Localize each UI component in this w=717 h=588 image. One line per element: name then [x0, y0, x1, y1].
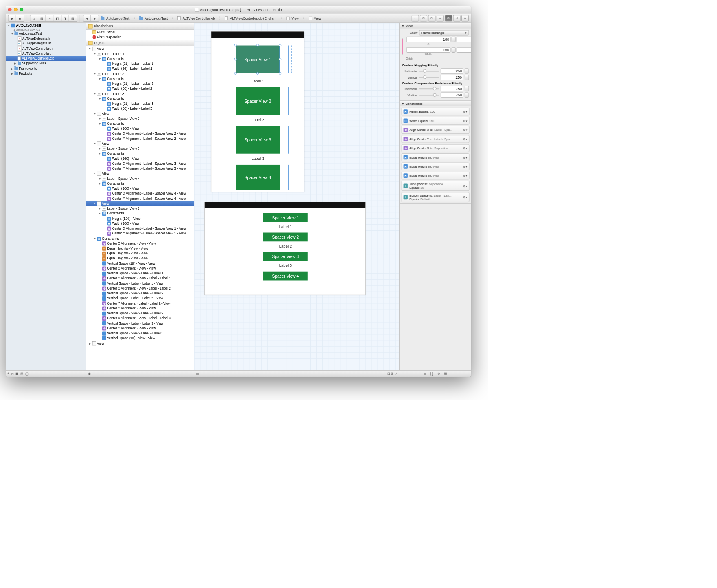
outline-row[interactable]: ▼Label - Spacer View 3 — [86, 146, 194, 151]
outline-row[interactable]: IVertical Space - View - Label - Label 2 — [86, 311, 194, 316]
nav-file-selected[interactable]: ALTViewController.xib — [6, 56, 86, 61]
outline-row[interactable]: ⊕Center X Alignment - Label - Spacer Vie… — [86, 161, 194, 166]
constraint-item[interactable]: ITop Space to: SuperviewEquals: 19⚙▾ — [402, 181, 470, 191]
resolve-button[interactable]: △ — [395, 372, 397, 376]
pin-button[interactable]: ⊞ — [391, 372, 394, 376]
filter-icon[interactable]: ◉ — [88, 372, 91, 376]
spacer-view[interactable]: Spacer View 2 — [263, 233, 308, 242]
file-inspector-tab[interactable]: ▭ — [412, 15, 419, 21]
run-stop-segment[interactable]: ▶■ — [8, 15, 24, 21]
nav-file[interactable]: hALTAppDelegate.h — [6, 36, 86, 41]
outline-row[interactable]: ▼⊞Constraints — [86, 181, 194, 186]
outline-row[interactable]: ▼⊞Constraints — [86, 96, 194, 101]
interface-builder-canvas[interactable]: Spacer View 1 Label 1 Spacer View 2 Labe… — [194, 23, 399, 370]
library-tab[interactable]: ▦ — [444, 372, 447, 376]
hug-v-slider[interactable] — [419, 77, 439, 78]
spacer-view[interactable]: Spacer View 3 — [236, 126, 280, 154]
project-navigator[interactable]: ▼AutoLayoutTest 1 target, iOS SDK 6.1 ▼A… — [6, 23, 86, 370]
canvas-label[interactable]: Label 2 — [277, 244, 294, 248]
height-input[interactable] — [457, 47, 471, 53]
nav-file[interactable]: hALTViewController.h — [6, 46, 86, 51]
outline-row[interactable]: ⊕Center X Alignment - View - View — [86, 306, 194, 311]
spacer-view[interactable]: Spacer View 4 — [236, 165, 280, 190]
size-inspector-tab[interactable]: ⊞ — [445, 15, 452, 21]
outline-row[interactable]: HHeight (100) - View — [86, 216, 194, 221]
add-button[interactable]: + — [7, 372, 9, 376]
outline-row[interactable]: ▼Label - Label 1 — [86, 51, 194, 56]
canvas-label[interactable]: Label 3 — [249, 157, 266, 161]
outline-row[interactable]: ≡Equal Heights - View - View — [86, 246, 194, 251]
canvas-label[interactable]: Label 2 — [249, 117, 266, 122]
hug-h-input[interactable] — [441, 69, 463, 74]
res-v-slider[interactable] — [419, 95, 439, 96]
constraint-item[interactable]: HWidth Equals: 160⚙▾ — [402, 117, 470, 125]
outline-row[interactable]: IVertical Space - Label - Label 1 - View — [86, 281, 194, 286]
outline-row[interactable]: ⊕Center X Alignment - View - View — [86, 326, 194, 331]
device-landscape[interactable]: Spacer View 1 Label 1 Spacer View 2 Labe… — [204, 202, 366, 295]
outline-row[interactable]: ⊕Center X Alignment - View - View — [86, 241, 194, 246]
gear-icon[interactable]: ⚙▾ — [463, 110, 468, 114]
device-portrait[interactable]: Spacer View 1 Label 1 Spacer View 2 Labe… — [211, 31, 304, 192]
gear-icon[interactable]: ⚙▾ — [463, 184, 468, 188]
constraint-item[interactable]: HEqual Height To: View⚙▾ — [402, 154, 470, 161]
outline-row[interactable]: ▼⊞Constraints — [86, 56, 194, 61]
outline-row[interactable]: ⊕Center X Alignment - View - Label - Lab… — [86, 276, 194, 281]
outline-row[interactable]: HWidth (56) - Label - Label 3 — [86, 106, 194, 111]
outline-row[interactable]: ▼⊞Constraints — [86, 76, 194, 81]
origin-widget[interactable] — [402, 38, 402, 55]
outline-row[interactable]: ⊕Center X Alignment - Label - Spacer Vie… — [86, 131, 194, 136]
constraint-item[interactable]: HEqual Height To: View⚙▾ — [402, 172, 470, 180]
outline-row[interactable]: IVertical Space - Label - Label 3 - View — [86, 321, 194, 326]
outline-row[interactable]: ⊕Center X Alignment - Label - Spacer Vie… — [86, 191, 194, 196]
minimize-window-button[interactable] — [14, 8, 18, 11]
outline-row[interactable]: ▼Label - Spacer View 1 — [86, 206, 194, 211]
outline-toggle[interactable]: ▭ — [196, 372, 199, 376]
spacer-view-selected[interactable]: Spacer View 1 — [236, 46, 280, 73]
nav-file[interactable]: mALTViewController.m — [6, 51, 86, 56]
outline-row[interactable]: ▼⊞Constraints — [86, 211, 194, 216]
outline-row[interactable]: IVertical Space - View - Label - Label 3 — [86, 331, 194, 336]
nav-folder[interactable]: ▶Supporting Files — [6, 61, 86, 66]
hug-h-slider[interactable] — [419, 71, 439, 72]
outline-row[interactable]: ⊕Center Y Alignment - Label - Spacer Vie… — [86, 196, 194, 201]
outline-row[interactable]: ⊕Center Y Alignment - Label - Spacer Vie… — [86, 231, 194, 236]
gear-icon[interactable]: ⚙▾ — [463, 174, 468, 178]
outline-row[interactable]: ▶View — [86, 341, 194, 346]
outline-row[interactable]: HWidth (160) - View — [86, 221, 194, 226]
outline-row[interactable]: ▼Label - Spacer View 2 — [86, 116, 194, 121]
spacer-view[interactable]: Spacer View 2 — [236, 87, 280, 115]
outline-row[interactable]: IVertical Space (19) - View - View — [86, 261, 194, 266]
outline-row[interactable]: IVertical Space - View - Label - Label 2 — [86, 291, 194, 296]
attributes-inspector-tab[interactable]: ≡ — [437, 15, 444, 21]
outline-row[interactable]: ▼Label - Label 2 — [86, 71, 194, 76]
outline-row[interactable]: ▼View — [86, 201, 194, 206]
outline-row[interactable]: ▼Label - Spacer View 4 — [86, 176, 194, 181]
quick-help-tab[interactable]: ⊡ — [420, 15, 427, 21]
res-h-input[interactable] — [441, 86, 463, 91]
gear-icon[interactable]: ⚙▾ — [463, 156, 468, 159]
outline-placeholder[interactable]: File's Owner — [86, 30, 194, 35]
outline-row[interactable]: ⊕Center Y Alignment - Label - Spacer Vie… — [86, 136, 194, 141]
outline-row[interactable]: ▼View — [86, 111, 194, 116]
canvas-label[interactable]: Label 1 — [249, 79, 266, 83]
zoom-window-button[interactable] — [20, 8, 23, 11]
outline-row[interactable]: ▼View — [86, 141, 194, 146]
connections-inspector-tab[interactable]: ⟲ — [453, 15, 461, 21]
gear-icon[interactable]: ⚙▾ — [463, 196, 468, 199]
outline-row[interactable]: ⊕Center Y Alignment - Label - Spacer Vie… — [86, 166, 194, 171]
constraint-item[interactable]: IBottom Space to: Label - Lab...Equals: … — [402, 192, 470, 202]
filter-icon[interactable]: ▣ — [15, 372, 18, 376]
outline-row[interactable]: HWidth (160) - View — [86, 126, 194, 131]
res-v-input[interactable] — [441, 93, 463, 98]
close-window-button[interactable] — [8, 8, 12, 11]
gear-icon[interactable]: ⚙▾ — [463, 146, 468, 150]
constraint-item[interactable]: ⊕Align Center X to: Superview⚙▾ — [402, 144, 470, 152]
effects-inspector-tab[interactable]: ⊗ — [461, 15, 469, 21]
outline-row[interactable]: IVertical Space - Label - Label 2 - View — [86, 296, 194, 301]
library-tab[interactable]: ▭ — [424, 372, 426, 376]
stepper[interactable] — [465, 75, 469, 80]
spacer-view[interactable]: Spacer View 4 — [263, 272, 308, 281]
gear-icon[interactable]: ⚙▾ — [463, 165, 468, 168]
outline-row[interactable]: ▼⊞Constraints — [86, 121, 194, 126]
outline-row[interactable]: HHeight (21) - Label - Label 3 — [86, 101, 194, 106]
